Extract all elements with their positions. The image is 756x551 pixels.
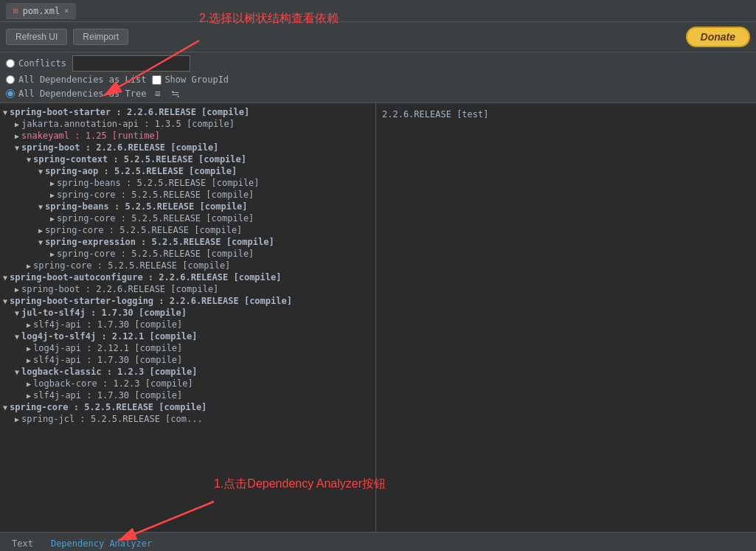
tree-item[interactable]: ▼spring-boot : 2.2.6.RELEASE [compile] — [0, 142, 375, 153]
close-tab-button[interactable]: × — [64, 7, 69, 15]
tree-item[interactable]: ▶log4j-api : 2.12.1 [compile] — [0, 342, 375, 354]
tree-item[interactable]: ▼spring-aop : 5.2.5.RELEASE [compile] — [0, 165, 375, 177]
tab-dependency-analyzer-label: Dependency Analyzer — [51, 538, 152, 549]
tree-toggle[interactable]: ▶ — [50, 179, 55, 187]
tree-item-text: spring-expression : 5.2.5.RELEASE [compi… — [45, 237, 274, 247]
tree-toggle[interactable]: ▼ — [15, 333, 19, 341]
bottom-tabs: Text Dependency Analyzer — [0, 532, 756, 551]
tree-item-text: spring-core : 5.2.5.RELEASE [compile] — [10, 402, 207, 412]
tree-item[interactable]: ▶spring-beans : 5.2.5.RELEASE [compile] — [0, 177, 375, 189]
tree-toggle[interactable]: ▼ — [38, 238, 43, 246]
tree-toggle[interactable]: ▶ — [15, 285, 19, 294]
right-panel-content: 2.2.6.RELEASE [test] — [382, 109, 489, 119]
tree-toggle[interactable]: ▶ — [50, 250, 55, 258]
tree-item[interactable]: ▶spring-jcl : 5.2.5.RELEASE [com... — [0, 413, 375, 425]
tree-toggle[interactable]: ▼ — [15, 368, 19, 376]
tree-item[interactable]: ▼spring-boot-starter-logging : 2.2.6.REL… — [0, 295, 375, 307]
tree-toggle[interactable]: ▶ — [50, 191, 55, 199]
refresh-ui-button[interactable]: Refresh UI — [6, 29, 67, 45]
tree-item-text: slf4j-api : 1.7.30 [compile] — [33, 390, 182, 401]
all-dep-list-radio-label[interactable]: All Dependencies as List — [6, 74, 146, 85]
tree-item[interactable]: ▶spring-core : 5.2.5.RELEASE [compile] — [0, 224, 375, 236]
tree-toggle[interactable]: ▶ — [27, 262, 31, 270]
options-row-3: All Dependencies as Tree ≡ ≒ — [6, 88, 750, 100]
tree-item-text: spring-aop : 5.2.5.RELEASE [compile] — [45, 166, 237, 176]
tree-item-text: spring-core : 5.2.5.RELEASE [compile] — [57, 190, 254, 200]
tree-toggle[interactable]: ▼ — [3, 403, 7, 412]
tree-item[interactable]: ▶slf4j-api : 1.7.30 [compile] — [0, 354, 375, 366]
tree-toggle[interactable]: ▼ — [3, 108, 7, 117]
tree-item-text: spring-beans : 5.2.5.RELEASE [compile] — [57, 178, 260, 188]
tree-item-text: spring-core : 5.2.5.RELEASE [compile] — [45, 225, 242, 235]
tree-toggle[interactable]: ▼ — [38, 167, 43, 176]
all-dep-list-label: All Dependencies as List — [18, 74, 146, 85]
tree-item[interactable]: ▶spring-core : 5.2.5.RELEASE [compile] — [0, 248, 375, 260]
tree-toggle[interactable]: ▶ — [15, 120, 19, 128]
tree-toggle[interactable]: ▶ — [27, 344, 31, 353]
tree-item[interactable]: ▼logback-classic : 1.2.3 [compile] — [0, 366, 375, 378]
tree-toggle[interactable]: ▼ — [38, 203, 43, 211]
tree-item[interactable]: ▼spring-beans : 5.2.5.RELEASE [compile] — [0, 201, 375, 212]
tree-item[interactable]: ▼spring-boot-starter : 2.2.6.RELEASE [co… — [0, 106, 375, 118]
tree-toggle[interactable]: ▶ — [15, 415, 19, 423]
tree-item-text: spring-boot : 2.2.6.RELEASE [compile] — [21, 142, 218, 153]
collapse-all-button[interactable]: ≒ — [169, 88, 182, 100]
main-content: ▼spring-boot-starter : 2.2.6.RELEASE [co… — [0, 103, 756, 532]
tree-toggle[interactable]: ▶ — [27, 392, 31, 400]
tree-toggle[interactable]: ▶ — [38, 226, 43, 235]
all-dep-list-radio[interactable] — [6, 75, 15, 84]
show-group-id-checkbox[interactable] — [152, 75, 162, 85]
tree-toggle[interactable]: ▼ — [3, 274, 7, 282]
tree-item[interactable]: ▼spring-boot-autoconfigure : 2.2.6.RELEA… — [0, 271, 375, 283]
tree-item[interactable]: ▼spring-context : 5.2.5.RELEASE [compile… — [0, 153, 375, 165]
tree-item[interactable]: ▼spring-core : 5.2.5.RELEASE [compile] — [0, 401, 375, 413]
conflicts-radio-label[interactable]: Conflicts — [6, 58, 66, 69]
tree-item-text: spring-core : 5.2.5.RELEASE [compile] — [57, 249, 254, 259]
expand-all-button[interactable]: ≡ — [152, 88, 162, 100]
donate-button[interactable]: Donate — [686, 27, 750, 47]
tab-dependency-analyzer[interactable]: Dependency Analyzer — [42, 535, 161, 551]
conflicts-radio[interactable] — [6, 59, 15, 68]
tree-item[interactable]: ▶slf4j-api : 1.7.30 [compile] — [0, 319, 375, 330]
tree-item[interactable]: ▶spring-core : 5.2.5.RELEASE [compile] — [0, 189, 375, 201]
search-input[interactable] — [72, 55, 190, 72]
tree-toggle[interactable]: ▼ — [15, 144, 19, 152]
tree-item-text: spring-jcl : 5.2.5.RELEASE [com... — [21, 414, 203, 424]
tree-item-text: jul-to-slf4j : 1.7.30 [compile] — [21, 308, 187, 318]
tree-item-text: spring-boot-autoconfigure : 2.2.6.RELEAS… — [10, 272, 281, 283]
tree-item[interactable]: ▶snakeyaml : 1.25 [runtime] — [0, 130, 375, 142]
tree-toggle[interactable]: ▶ — [27, 380, 31, 388]
tree-item[interactable]: ▶spring-core : 5.2.5.RELEASE [compile] — [0, 260, 375, 271]
tree-toggle[interactable]: ▶ — [27, 321, 31, 329]
dependency-tree-panel[interactable]: ▼spring-boot-starter : 2.2.6.RELEASE [co… — [0, 103, 376, 532]
tree-item-text: spring-boot : 2.2.6.RELEASE [compile] — [21, 284, 218, 294]
tree-toggle[interactable]: ▼ — [15, 309, 19, 317]
tree-item-text: spring-boot-starter-logging : 2.2.6.RELE… — [10, 296, 292, 306]
tree-toggle[interactable]: ▼ — [27, 156, 31, 164]
tree-toggle[interactable]: ▼ — [3, 297, 7, 305]
tab-text[interactable]: Text — [3, 535, 42, 551]
tree-item[interactable]: ▶jakarta.annotation-api : 1.3.5 [compile… — [0, 118, 375, 130]
tree-item-text: logback-core : 1.2.3 [compile] — [33, 378, 193, 389]
tree-item[interactable]: ▶spring-boot : 2.2.6.RELEASE [compile] — [0, 283, 375, 295]
tree-toggle[interactable]: ▶ — [27, 356, 31, 364]
tab-filename: pom.xml — [23, 6, 60, 16]
all-dep-tree-radio[interactable] — [6, 89, 15, 98]
tree-item-text: slf4j-api : 1.7.30 [compile] — [33, 355, 182, 365]
tree-item-text: log4j-api : 2.12.1 [compile] — [33, 343, 182, 353]
tree-item[interactable]: ▼spring-expression : 5.2.5.RELEASE [comp… — [0, 236, 375, 248]
tree-item[interactable]: ▼jul-to-slf4j : 1.7.30 [compile] — [0, 307, 375, 319]
show-group-id-label[interactable]: Show GroupId — [152, 74, 229, 85]
file-tab[interactable]: m pom.xml × — [6, 3, 76, 19]
tree-toggle[interactable]: ▶ — [50, 215, 55, 223]
tree-item-text: logback-classic : 1.2.3 [compile] — [21, 367, 197, 377]
maven-icon: m — [13, 6, 18, 15]
all-dep-tree-radio-label[interactable]: All Dependencies as Tree — [6, 89, 146, 99]
reimport-button[interactable]: Reimport — [73, 29, 128, 45]
conflicts-label: Conflicts — [18, 58, 66, 69]
tree-item[interactable]: ▶slf4j-api : 1.7.30 [compile] — [0, 389, 375, 401]
tree-toggle[interactable]: ▶ — [15, 132, 19, 140]
tree-item[interactable]: ▶logback-core : 1.2.3 [compile] — [0, 378, 375, 389]
tree-item[interactable]: ▼log4j-to-slf4j : 2.12.1 [compile] — [0, 330, 375, 342]
tree-item[interactable]: ▶spring-core : 5.2.5.RELEASE [compile] — [0, 212, 375, 224]
